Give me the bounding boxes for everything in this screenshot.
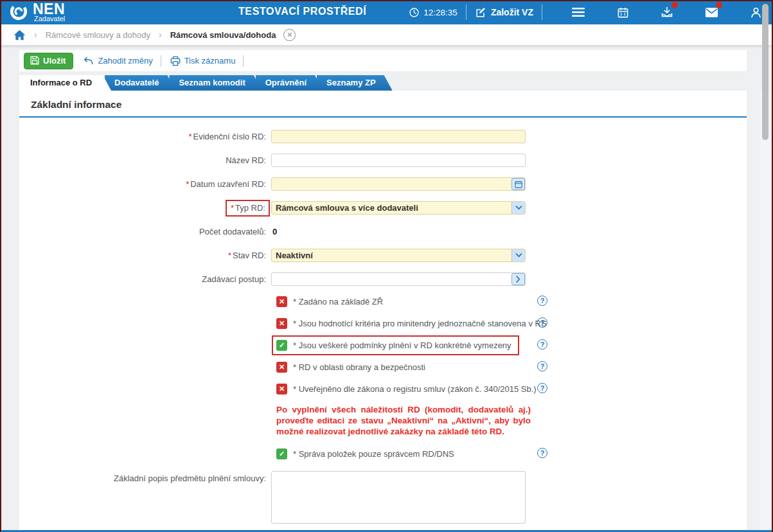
field-evidencni-cislo-rd: *Evidenční číslo RD: (19, 130, 747, 143)
datepicker-icon[interactable] (511, 178, 525, 190)
downloads-icon[interactable] (659, 4, 675, 21)
calendar-icon[interactable] (614, 4, 631, 21)
brand-subtitle: Zadavatel (34, 15, 65, 22)
breadcrumb-separator: › (159, 30, 162, 40)
nen-application-window: NEN Zadavatel TESTOVACÍ PROSTŘEDÍ 12:28:… (0, 0, 773, 532)
print-record-button[interactable]: Tisk záznamu (170, 56, 236, 66)
home-icon[interactable] (13, 30, 26, 40)
tab-seznam-komodit[interactable]: Seznam komodit (169, 75, 262, 91)
discard-icon (82, 57, 94, 66)
window-edge-top (0, 0, 773, 1)
stav-rd-select[interactable]: Neaktivní (271, 249, 526, 262)
tab-content-panel: Základní informace *Evidenční číslo RD: … (19, 91, 747, 530)
help-icon[interactable]: ? (537, 383, 547, 393)
session-clock: 12:28:35 (409, 7, 458, 18)
basic-info-form: *Evidenční číslo RD: Název RD: *Datum uz… (19, 118, 747, 524)
checkbox-unchecked-icon[interactable]: ✕ (276, 318, 287, 329)
chevron-down-icon[interactable] (511, 249, 525, 262)
chevron-right-icon[interactable] (511, 273, 525, 285)
field-typ-rd: *Typ RD: Rámcová smlouva s více dodavate… (19, 201, 747, 215)
check-row-registr-smluv: ✕ * Uveřejněno dle zákona o registru sml… (276, 382, 556, 395)
breadcrumb-item-parent[interactable]: Rámcové smlouvy a dohody (46, 30, 150, 40)
datum-uzavreni-rd-input[interactable] (271, 177, 526, 191)
save-icon (30, 56, 39, 65)
help-icon[interactable]: ? (537, 296, 547, 306)
check-row-sprava-polozek: ✓ * Správa položek pouze správcem RD/DNS… (276, 447, 556, 460)
required-marker: * (186, 179, 189, 189)
discard-changes-button[interactable]: Zahodit změny (82, 56, 152, 66)
status-warning-text: Po vyplnění všech náležitostí RD (komodi… (276, 404, 531, 437)
save-button[interactable]: Uložit (24, 53, 73, 69)
checkbox-label: * Zadáno na základě ZŘ (293, 297, 383, 306)
field-datum-uzavreni-rd: *Datum uzavření RD: (19, 177, 747, 191)
toolbar-separator (243, 55, 244, 67)
section-title: Základní informace (19, 91, 747, 118)
record-tabs: Informace o RD Dodavatelé Seznam komodit… (19, 75, 386, 91)
typ-rd-highlight-box: *Typ RD: (226, 200, 270, 217)
check-row-obrana-bezpecnost: ✕ * RD v oblasti obrany a bezpečnosti ? (276, 360, 556, 373)
chevron-down-icon[interactable] (511, 202, 525, 214)
required-marker: * (189, 132, 192, 141)
help-icon[interactable]: ? (537, 361, 547, 371)
nen-logo-icon (9, 2, 28, 21)
help-icon[interactable]: ? (537, 317, 547, 328)
checkbox-label: * Jsou hodnotící kritéria pro minitendry… (293, 319, 547, 328)
scrollbar-track[interactable] (760, 91, 770, 530)
field-label: Zadávací postup: (202, 274, 266, 284)
checkbox-label: * Jsou veškeré podmínky plnění v RD konk… (293, 341, 511, 350)
checkbox-checked-icon[interactable]: ✓ (276, 340, 287, 351)
field-nazev-rd: Název RD: (19, 154, 747, 167)
zadavaci-postup-input[interactable] (271, 272, 526, 286)
environment-title: TESTOVACÍ PROSTŘEDÍ (238, 6, 366, 17)
typ-rd-selected-value: Rámcová smlouva s více dodavateli (272, 203, 511, 213)
checkbox-unchecked-icon[interactable]: ✕ (276, 384, 287, 395)
zakladni-popis-textarea[interactable] (271, 471, 526, 524)
checkbox-checked-icon[interactable]: ✓ (276, 448, 287, 459)
menu-icon[interactable] (570, 4, 587, 21)
field-zakladni-popis: Základní popis předmětu plnění smlouvy: (19, 471, 747, 524)
check-row-podminky-plneni: ✓ * Jsou veškeré podmínky plnění v RD ko… (276, 339, 556, 351)
breadcrumb-separator: › (34, 30, 37, 40)
nazev-rd-input[interactable] (271, 154, 526, 167)
pocet-dodavatelu-value: 0 (271, 227, 277, 236)
close-record-icon[interactable]: ✕ (283, 29, 296, 41)
checkbox-label: * RD v oblasti obrany a bezpečnosti (293, 362, 425, 372)
check-row-zadano-zr: ✕ * Zadáno na základě ZŘ ? (276, 295, 556, 308)
checkbox-unchecked-icon[interactable]: ✕ (276, 296, 287, 307)
messages-icon[interactable] (703, 4, 720, 21)
tab-opravneni[interactable]: Oprávnění (256, 75, 323, 91)
checkbox-section: ✕ * Zadáno na základě ZŘ ? ✕ * Jsou hodn… (19, 295, 747, 460)
create-vz-button[interactable]: Založit VZ (475, 6, 533, 18)
field-label: Stav RD: (233, 251, 266, 260)
messages-badge (716, 2, 722, 8)
help-icon[interactable]: ? (537, 448, 547, 458)
header-separator (466, 4, 466, 20)
checkbox-label: * Správa položek pouze správcem RD/DNS (293, 449, 454, 459)
edit-icon (475, 6, 486, 18)
required-marker: * (231, 203, 234, 213)
checkbox-label: * Uveřejněno dle zákona o registru smluv… (293, 384, 537, 394)
field-label: Datum uzavření RD: (190, 179, 266, 189)
nen-logo[interactable]: NEN Zadavatel (9, 2, 65, 22)
breadcrumb: › Rámcové smlouvy a dohody › Rámcová sml… (0, 24, 773, 46)
field-label: Základní popis předmětu plnění smlouvy: (114, 474, 266, 483)
clock-icon (409, 7, 420, 18)
tab-informace-o-rd[interactable]: Informace o RD (19, 75, 111, 91)
evidencni-cislo-rd-input[interactable] (271, 130, 526, 143)
field-label: Počet dodavatelů: (199, 227, 266, 236)
typ-rd-select[interactable]: Rámcová smlouva s více dodavateli (271, 201, 526, 215)
field-label: Typ RD: (235, 203, 265, 213)
record-toolbar: Uložit Zahodit změny Tisk záznamu (19, 50, 747, 71)
scrollbar-thumb[interactable] (762, 4, 769, 140)
highlighted-check-box: ✓ * Jsou veškeré podmínky plnění v RD ko… (272, 335, 519, 355)
help-icon[interactable]: ? (537, 339, 547, 350)
required-marker: * (228, 251, 231, 260)
breadcrumb-item-current: Rámcová smlouva/dohoda (170, 30, 276, 40)
field-pocet-dodavatelu: Počet dodavatelů: 0 (19, 225, 747, 238)
header-separator (542, 4, 542, 20)
tab-dodavatele[interactable]: Dodavatelé (105, 75, 175, 91)
checkbox-unchecked-icon[interactable]: ✕ (276, 362, 287, 373)
field-label: Evidenční číslo RD: (193, 132, 266, 141)
tab-seznamy-zp[interactable]: Seznamy ZP (317, 75, 393, 91)
field-zadavaci-postup: Zadávací postup: (19, 272, 747, 286)
